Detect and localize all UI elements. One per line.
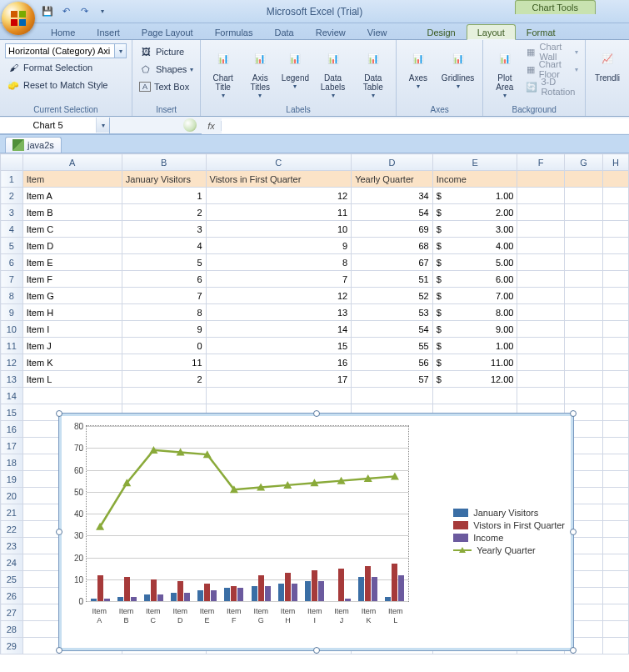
x-tick-label[interactable]: ItemI — [302, 607, 328, 625]
cell[interactable] — [517, 171, 564, 188]
resize-handle[interactable] — [570, 647, 577, 654]
cell[interactable] — [603, 438, 629, 454]
row-header[interactable]: 16 — [1, 421, 23, 438]
cell[interactable] — [564, 371, 602, 388]
legend-item[interactable]: January Visitors — [453, 508, 565, 518]
undo-icon[interactable]: ↶ — [58, 4, 73, 19]
row-header[interactable]: 17 — [1, 438, 23, 454]
cell[interactable]: $12.00 — [432, 371, 517, 388]
x-tick-label[interactable]: ItemC — [140, 607, 167, 625]
cell[interactable]: 69 — [352, 221, 433, 238]
cell[interactable]: Item K — [22, 354, 122, 371]
cell[interactable] — [603, 571, 629, 588]
cell[interactable]: 2 — [122, 371, 206, 388]
tab-formulas[interactable]: Formulas — [204, 24, 264, 39]
cell[interactable] — [564, 338, 602, 354]
cell[interactable] — [603, 404, 629, 421]
cell[interactable] — [517, 304, 564, 321]
cell[interactable]: 54 — [352, 204, 433, 221]
cell[interactable] — [603, 254, 629, 271]
cell[interactable]: 6 — [122, 271, 206, 288]
insert-function-button[interactable]: fx — [202, 121, 222, 131]
trendline-button[interactable]: 📈Trendli — [591, 43, 624, 84]
column-header[interactable]: F — [517, 154, 564, 171]
cell[interactable]: $8.00 — [432, 304, 517, 321]
cell[interactable]: 15 — [206, 338, 352, 354]
chart-floor-button[interactable]: ▦Chart Floor — [524, 61, 580, 78]
cell[interactable]: 13 — [206, 304, 352, 321]
row-header[interactable]: 12 — [1, 354, 23, 371]
cell[interactable]: Item — [22, 171, 122, 188]
cell[interactable]: 4 — [122, 238, 206, 254]
cell[interactable]: January Visitors — [122, 171, 206, 188]
column-header[interactable]: D — [352, 154, 433, 171]
tab-home[interactable]: Home — [40, 24, 86, 39]
row-header[interactable]: 2 — [1, 188, 23, 204]
column-header[interactable]: E — [432, 154, 517, 171]
tab-review[interactable]: Review — [305, 24, 357, 39]
line-series[interactable] — [100, 450, 395, 527]
row-header[interactable]: 6 — [1, 254, 23, 271]
name-box[interactable]: Chart 5 ▾ — [0, 118, 110, 134]
cell[interactable]: 52 — [352, 288, 433, 304]
cell[interactable]: 56 — [352, 354, 433, 371]
cell[interactable] — [603, 471, 629, 488]
shapes-button[interactable]: ⬠Shapes — [137, 61, 195, 78]
cell[interactable] — [564, 288, 602, 304]
cell[interactable]: $1.00 — [432, 188, 517, 204]
resize-handle[interactable] — [313, 647, 320, 654]
cell[interactable] — [603, 554, 629, 571]
cell[interactable] — [517, 188, 564, 204]
tab-page-layout[interactable]: Page Layout — [131, 24, 204, 39]
x-tick-label[interactable]: ItemJ — [328, 607, 355, 625]
x-tick-label[interactable]: ItemD — [167, 607, 193, 625]
x-tick-label[interactable]: ItemF — [221, 607, 247, 625]
cell[interactable]: 7 — [122, 288, 206, 304]
cell[interactable] — [603, 238, 629, 254]
cell[interactable]: 16 — [206, 354, 352, 371]
chart-element-dropdown[interactable]: ▾ — [115, 43, 127, 58]
cell[interactable] — [564, 221, 602, 238]
cell[interactable] — [603, 388, 629, 404]
x-tick-label[interactable]: ItemE — [193, 607, 220, 625]
cell[interactable]: 1 — [122, 188, 206, 204]
cell[interactable] — [517, 371, 564, 388]
cell[interactable]: 57 — [352, 371, 433, 388]
tab-view[interactable]: View — [357, 24, 398, 39]
cell[interactable] — [603, 338, 629, 354]
cell[interactable]: 8 — [122, 304, 206, 321]
cell[interactable] — [564, 188, 602, 204]
cell[interactable]: 11 — [122, 354, 206, 371]
column-header[interactable]: G — [564, 154, 602, 171]
qat-menu-icon[interactable]: ▾ — [95, 4, 110, 19]
cell[interactable] — [564, 321, 602, 338]
cell[interactable] — [564, 238, 602, 254]
x-tick-label[interactable]: ItemK — [355, 607, 382, 625]
cell[interactable]: 7 — [206, 271, 352, 288]
cell[interactable]: Income — [432, 171, 517, 188]
cell[interactable] — [603, 504, 629, 521]
cell[interactable]: $1.00 — [432, 338, 517, 354]
cell[interactable]: 51 — [352, 271, 433, 288]
cell[interactable]: Item D — [22, 238, 122, 254]
cell[interactable]: Item G — [22, 288, 122, 304]
cell[interactable] — [603, 421, 629, 438]
cell[interactable]: Item I — [22, 321, 122, 338]
cell[interactable] — [517, 388, 564, 404]
cell[interactable] — [517, 321, 564, 338]
x-tick-label[interactable]: ItemL — [382, 607, 409, 625]
cell[interactable] — [603, 488, 629, 504]
name-box-dropdown[interactable]: ▾ — [96, 118, 109, 133]
cell[interactable]: 5 — [122, 254, 206, 271]
cell[interactable] — [603, 604, 629, 621]
cell[interactable] — [564, 271, 602, 288]
formula-input[interactable] — [222, 118, 629, 133]
cell[interactable] — [564, 254, 602, 271]
cell[interactable] — [564, 204, 602, 221]
axes-button[interactable]: 📊Axes — [402, 43, 435, 92]
cell[interactable] — [22, 388, 122, 404]
row-header[interactable]: 27 — [1, 604, 23, 621]
select-all-corner[interactable] — [1, 154, 23, 171]
row-header[interactable]: 29 — [1, 638, 23, 654]
picture-button[interactable]: 🖼Picture — [137, 43, 195, 60]
